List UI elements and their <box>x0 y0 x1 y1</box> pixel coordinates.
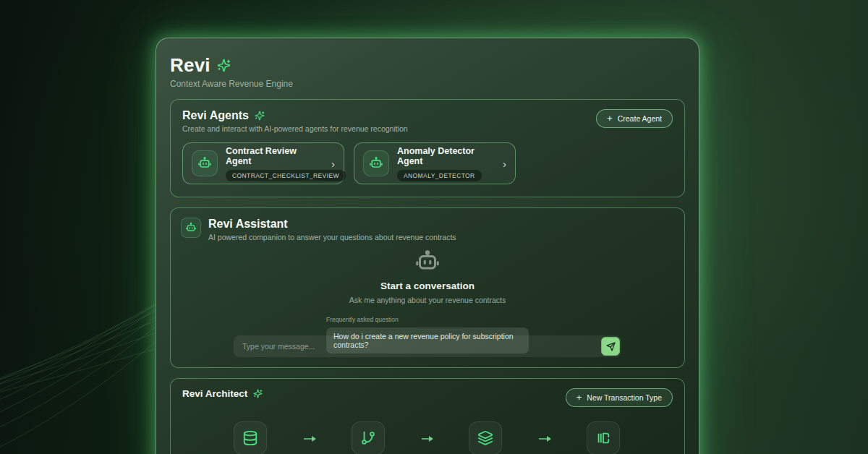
bot-icon <box>181 218 201 238</box>
git-branch-icon <box>352 421 385 454</box>
flow-item-workflows: Workflows Chain Processing Flows <box>320 421 416 454</box>
flow-item-use-cases: Use Cases Business Scenarios <box>556 421 651 454</box>
architect-section: Revi Architect + New Transaction Type <box>170 378 685 454</box>
new-transaction-type-button[interactable]: + New Transaction Type <box>566 388 673 407</box>
agent-card-anomaly-detector[interactable]: Anomaly Detector Agent ANOMALY_DETECTOR … <box>354 142 516 184</box>
architect-flow: Transaction Types Ingested Transaction T… <box>182 421 673 454</box>
message-input[interactable] <box>234 337 601 356</box>
flow-arrow <box>539 438 550 440</box>
assistant-section-subtitle: AI powered companion to answer your ques… <box>208 233 456 241</box>
architect-section-title: Revi Architect <box>182 388 247 399</box>
chevron-right-icon: › <box>503 158 506 169</box>
new-transaction-type-label: New Transaction Type <box>587 393 662 402</box>
agent-badge: ANOMALY_DETECTOR <box>397 170 482 181</box>
bot-icon <box>192 150 218 176</box>
agent-name: Anomaly Detector Agent <box>397 146 495 166</box>
layers-icon <box>469 421 502 454</box>
sparkles-icon <box>255 111 265 121</box>
conversation-empty-subtitle: Ask me anything about your revenue contr… <box>181 296 674 304</box>
bot-icon <box>414 249 441 275</box>
book-copy-icon <box>587 421 620 454</box>
agent-name: Contract Review Agent <box>226 146 323 166</box>
flow-arrow <box>304 438 315 440</box>
plus-icon: + <box>607 115 613 122</box>
send-icon <box>606 342 616 351</box>
main-panel: Revi Context Aware Revenue Engine Revi A… <box>156 38 699 454</box>
message-input-row <box>234 335 621 357</box>
faq-label: Frequently asked question <box>326 316 529 323</box>
assistant-section-title: Revi Assistant <box>208 218 456 231</box>
plus-icon: + <box>576 394 582 401</box>
flow-item-steps: Steps Organize Workflow Stages <box>438 421 533 454</box>
conversation-empty-title: Start a conversation <box>181 280 674 291</box>
agents-section-subtitle: Create and interact with AI-powered agen… <box>182 124 408 133</box>
send-button[interactable] <box>601 337 620 356</box>
sparkles-icon <box>217 59 231 72</box>
page-title: Revi <box>170 54 210 77</box>
agents-section-title: Revi Agents <box>182 109 249 122</box>
bot-icon <box>363 150 389 176</box>
agent-badge: CONTRACT_CHECKLIST_REVIEW <box>226 170 346 181</box>
chevron-right-icon: › <box>331 158 335 169</box>
database-icon <box>234 421 267 454</box>
page-subtitle: Context Aware Revenue Engine <box>170 79 685 89</box>
create-agent-label: Create Agent <box>618 114 662 123</box>
create-agent-button[interactable]: + Create Agent <box>596 109 673 128</box>
agent-card-contract-review[interactable]: Contract Review Agent CONTRACT_CHECKLIST… <box>182 142 344 184</box>
assistant-section: Revi Assistant AI powered companion to a… <box>170 207 685 368</box>
agents-section: Revi Agents Create and interact with AI-… <box>170 99 685 197</box>
flow-item-transaction-types: Transaction Types Ingested Transaction T… <box>203 421 298 454</box>
flow-arrow <box>422 438 433 440</box>
sparkles-icon <box>253 389 263 398</box>
